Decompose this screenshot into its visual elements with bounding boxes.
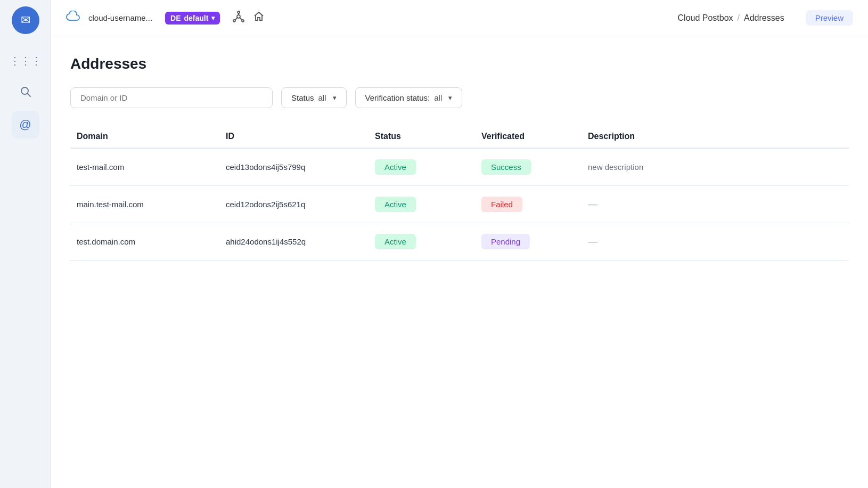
table-row: test-mail.com ceid13odons4ij5s799q Activ… (70, 149, 849, 186)
topbar-icons (233, 11, 265, 25)
hub-icon[interactable] (233, 11, 244, 25)
main-content: cloud-username... DE default ▾ (51, 0, 868, 488)
table-body: test-mail.com ceid13odons4ij5s799q Activ… (70, 149, 849, 261)
avatar-icon: ✉ (21, 13, 30, 27)
status-filter-value: all (318, 93, 326, 102)
svg-line-1 (27, 93, 30, 96)
mail-icon: @ (19, 118, 31, 132)
description-cell-container: — (582, 199, 849, 210)
description-cell-container: — (582, 236, 849, 247)
verified-cell: Success (475, 159, 582, 175)
status-cell: Active (369, 159, 475, 175)
status-badge: Active (375, 197, 416, 212)
col-header-verificated: Verificated (475, 132, 582, 141)
id-cell: ceid12odons2ij5s621q (219, 200, 369, 209)
svg-point-3 (238, 11, 240, 13)
verified-badge: Pending (481, 234, 530, 249)
verified-cell: Pending (475, 234, 582, 249)
verified-cell: Failed (475, 197, 582, 212)
apps-icon: ⋮⋮⋮ (10, 54, 42, 67)
status-filter[interactable]: Status all ▾ (281, 87, 347, 108)
id-cell: ceid13odons4ij5s799q (219, 162, 369, 172)
cloud-icon (66, 11, 80, 26)
description-cell: new description (588, 162, 643, 172)
search-input[interactable] (70, 87, 273, 108)
verification-filter[interactable]: Verification status: all ▾ (355, 87, 463, 108)
description-cell: — (588, 236, 597, 247)
breadcrumb-root: Cloud Postbox (678, 13, 733, 23)
page-title: Addresses (70, 55, 849, 72)
topbar-username: cloud-username... (88, 13, 152, 22)
env-initials: DE (170, 14, 181, 22)
sidebar-item-search[interactable] (12, 79, 39, 107)
home-icon[interactable] (253, 11, 265, 25)
table-header: Domain ID Status Verificated Description (70, 125, 849, 149)
search-icon (20, 86, 31, 100)
sidebar-avatar: ✉ (12, 6, 39, 34)
status-cell: Active (369, 197, 475, 212)
description-cell-container: new description (582, 162, 849, 172)
breadcrumb: Cloud Postbox / Addresses (678, 13, 784, 23)
sidebar: ✉ ⋮⋮⋮ @ (0, 0, 51, 488)
svg-point-5 (242, 20, 244, 22)
table-row: main.test-mail.com ceid12odons2ij5s621q … (70, 186, 849, 223)
status-filter-chevron-icon: ▾ (333, 94, 337, 102)
col-header-id: ID (219, 132, 369, 141)
domain-cell: main.test-mail.com (70, 200, 219, 209)
preview-button[interactable]: Preview (806, 10, 853, 26)
addresses-table: Domain ID Status Verificated Description… (70, 125, 849, 261)
table-row: test.domain.com ahid24odons1ij4s552q Act… (70, 223, 849, 261)
svg-point-4 (233, 20, 235, 22)
domain-cell: test-mail.com (70, 162, 219, 172)
verification-filter-label: Verification status: (365, 93, 430, 102)
verification-filter-value: all (434, 93, 442, 102)
breadcrumb-separator: / (738, 13, 740, 23)
verification-filter-chevron-icon: ▾ (448, 94, 452, 102)
id-cell: ahid24odons1ij4s552q (219, 237, 369, 246)
env-selector[interactable]: DE default ▾ (165, 12, 220, 25)
filters-row: Status all ▾ Verification status: all ▾ (70, 87, 849, 108)
verified-badge: Success (481, 159, 531, 175)
sidebar-item-apps[interactable]: ⋮⋮⋮ (12, 47, 39, 75)
col-header-description: Description (582, 132, 849, 141)
sidebar-item-mail[interactable]: @ (12, 111, 39, 139)
verified-badge: Failed (481, 197, 522, 212)
env-chevron-icon: ▾ (211, 14, 215, 22)
status-filter-label: Status (291, 93, 314, 102)
status-cell: Active (369, 234, 475, 249)
status-badge: Active (375, 234, 416, 249)
domain-cell: test.domain.com (70, 237, 219, 246)
svg-line-7 (235, 18, 238, 20)
env-name: default (184, 14, 209, 22)
col-header-status: Status (369, 132, 475, 141)
status-badge: Active (375, 159, 416, 175)
topbar: cloud-username... DE default ▾ (51, 0, 868, 36)
col-header-domain: Domain (70, 132, 219, 141)
description-cell: — (588, 199, 597, 209)
page-content: Addresses Status all ▾ Verification stat… (51, 36, 868, 488)
breadcrumb-current: Addresses (744, 13, 784, 23)
svg-line-8 (240, 18, 242, 20)
